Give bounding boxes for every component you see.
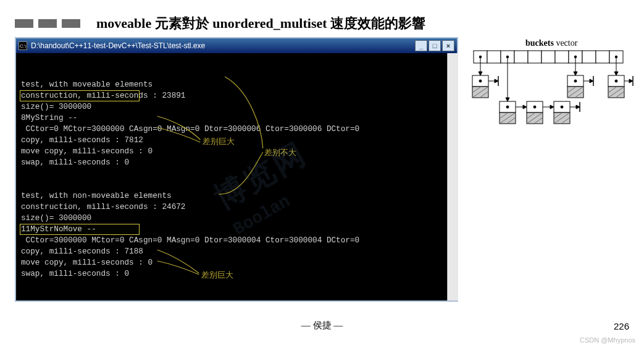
annotation-label: 差别巨大 <box>203 136 235 147</box>
svg-point-24 <box>479 80 482 82</box>
svg-marker-20 <box>574 72 577 75</box>
footer-author: — 侯捷 — <box>301 320 343 331</box>
close-button[interactable]: × <box>442 40 454 51</box>
cmd-icon: C:\ <box>19 41 27 50</box>
svg-marker-16 <box>479 72 482 75</box>
buckets-diagram: buckets vector <box>467 37 634 161</box>
term-line: construction, milli-seconds : 24672 <box>21 202 185 211</box>
term-line: move copy, milli-seconds : 0 <box>21 147 153 156</box>
term-line: swap, milli-seconds : 0 <box>21 269 129 278</box>
term-line: 8MyString -- <box>21 113 77 122</box>
buckets-svg <box>467 37 634 161</box>
term-line: size()= 3000000 <box>21 213 91 223</box>
watermark-boolan: 博览网 Boolan <box>204 85 445 317</box>
svg-point-46 <box>574 80 577 82</box>
svg-rect-4 <box>528 51 542 63</box>
window-titlebar[interactable]: C:\ D:\handout\C++11-test-DevC++\Test-ST… <box>16 38 457 53</box>
term-line: copy, milli-seconds : 7812 <box>21 135 143 145</box>
svg-point-11 <box>479 56 482 58</box>
minimize-button[interactable]: _ <box>415 40 427 51</box>
csdn-watermark: CSDN @Mhypnos <box>580 336 635 344</box>
header-bar <box>62 19 80 28</box>
svg-rect-9 <box>596 51 609 63</box>
svg-marker-55 <box>629 79 633 83</box>
term-line: copy, milli-seconds : 7188 <box>21 247 143 256</box>
svg-point-52 <box>615 80 617 82</box>
term-line: size()= 3000000 <box>21 102 91 111</box>
diagram-label-bold: buckets <box>525 38 554 48</box>
svg-rect-8 <box>582 51 596 63</box>
page-number: 226 <box>614 321 629 331</box>
term-line: 11MyStrNoMove -- <box>21 224 96 234</box>
term-line: CCtor=0 MCtor=3000000 CAsgn=0 MAsgn=0 Dt… <box>21 124 359 134</box>
vertical-scrollbar[interactable] <box>447 53 458 300</box>
console-window: C:\ D:\handout\C++11-test-DevC++\Test-ST… <box>15 37 458 302</box>
svg-marker-43 <box>576 105 580 109</box>
term-line: test, with moveable elements <box>21 80 153 89</box>
maximize-button[interactable]: □ <box>429 40 441 51</box>
term-line: move copy, milli-seconds : 0 <box>21 258 153 267</box>
svg-marker-18 <box>506 98 509 101</box>
svg-point-12 <box>506 56 509 58</box>
svg-marker-33 <box>523 105 527 109</box>
annotation-label: 差别巨大 <box>201 270 233 281</box>
header-bar <box>38 19 57 28</box>
term-line: swap, milli-seconds : 0 <box>21 158 129 167</box>
svg-rect-5 <box>542 51 555 63</box>
svg-point-40 <box>561 106 563 108</box>
watermark-text: 博览网 <box>215 105 382 208</box>
window-title: D:\handout\C++11-test-DevC++\Test-STL\te… <box>31 41 205 50</box>
slide-title: moveable 元素對於 unordered_multiset 速度效能的影響 <box>96 14 425 33</box>
svg-marker-27 <box>495 79 498 83</box>
terminal-output: test, with moveable elements constructio… <box>16 53 457 300</box>
diagram-label-rest: vector <box>554 38 577 48</box>
svg-rect-1 <box>487 51 501 63</box>
slide-header: moveable 元素對於 unordered_multiset 速度效能的影響 <box>15 14 425 33</box>
svg-marker-38 <box>550 105 554 109</box>
annotation-label: 差别不大 <box>264 147 296 158</box>
svg-marker-49 <box>590 79 593 83</box>
diagram-label: buckets vector <box>525 38 577 48</box>
svg-marker-22 <box>614 72 618 75</box>
term-line: CCtor=3000000 MCtor=0 CAsgn=0 MAsgn=0 Dt… <box>21 236 359 245</box>
svg-point-13 <box>574 56 577 58</box>
watermark-text: Boolan <box>232 134 398 236</box>
svg-point-35 <box>533 106 536 108</box>
svg-point-30 <box>506 106 509 108</box>
term-line: test, with non-moveable elements <box>21 191 172 200</box>
term-line: construction, milli-seconds : 23891 <box>21 91 185 100</box>
svg-rect-6 <box>555 51 569 63</box>
svg-rect-3 <box>514 51 528 63</box>
svg-point-14 <box>615 56 617 58</box>
header-bar <box>15 19 33 28</box>
